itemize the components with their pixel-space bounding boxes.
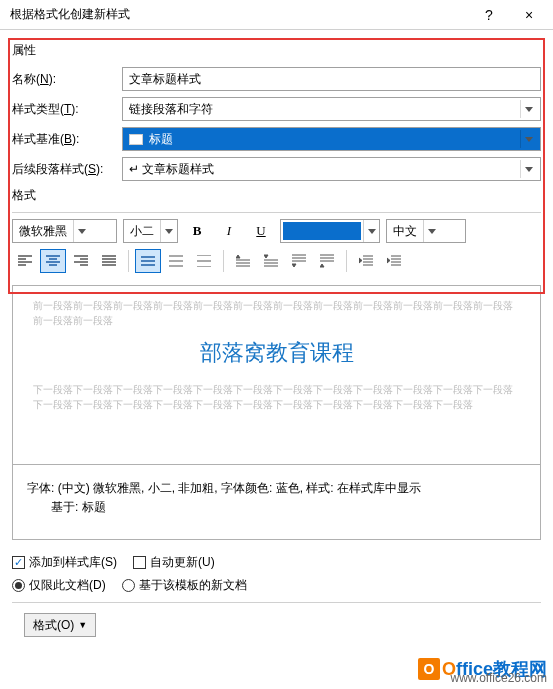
- align-right-button[interactable]: [68, 249, 94, 273]
- font-size-value: 小二: [124, 223, 160, 240]
- chevron-down-icon: [520, 130, 536, 148]
- chevron-down-icon: [423, 220, 439, 242]
- style-base-combo[interactable]: 标题: [122, 127, 541, 151]
- space-after-dec-button[interactable]: [314, 249, 340, 273]
- line-spacing-1-button[interactable]: [135, 249, 161, 273]
- radio-icon: [122, 579, 135, 592]
- language-dropdown[interactable]: 中文: [386, 219, 466, 243]
- style-type-combo[interactable]: 链接段落和字符: [122, 97, 541, 121]
- format-menu-button[interactable]: 格式(O) ▼: [24, 613, 96, 637]
- underline-button[interactable]: U: [248, 219, 274, 243]
- style-base-row: 样式基准(B): 标题: [12, 127, 541, 151]
- preview-after-text: 下一段落下一段落下一段落下一段落下一段落下一段落下一段落下一段落下一段落下一段落…: [33, 382, 520, 412]
- add-to-gallery-label: 添加到样式库(S): [29, 554, 117, 571]
- align-center-button[interactable]: [40, 249, 66, 273]
- divider: [12, 212, 541, 213]
- bottom-bar: 格式(O) ▼: [12, 609, 541, 643]
- separator: [223, 250, 224, 272]
- add-to-gallery-checkbox[interactable]: ✓ 添加到样式库(S): [12, 554, 117, 571]
- template-label: 基于该模板的新文档: [139, 577, 247, 594]
- name-row: 名称(N):: [12, 67, 541, 91]
- font-size-dropdown[interactable]: 小二: [123, 219, 178, 243]
- close-button[interactable]: ×: [509, 2, 549, 28]
- next-style-combo[interactable]: ↵ 文章标题样式: [122, 157, 541, 181]
- font-family-dropdown[interactable]: 微软雅黑: [12, 219, 117, 243]
- align-justify-button[interactable]: [96, 249, 122, 273]
- format-section-label: 格式: [12, 187, 541, 204]
- style-type-label: 样式类型(T):: [12, 101, 122, 118]
- format-button-label: 格式(O): [33, 617, 74, 634]
- preview-box: 前一段落前一段落前一段落前一段落前一段落前一段落前一段落前一段落前一段落前一段落…: [12, 285, 541, 465]
- check-icon: [133, 556, 146, 569]
- template-radio[interactable]: 基于该模板的新文档: [122, 577, 247, 594]
- line-spacing-1-5-button[interactable]: [163, 249, 189, 273]
- separator: [346, 250, 347, 272]
- name-input[interactable]: [122, 67, 541, 91]
- watermark: O Office教程网 www.office26.com: [418, 657, 547, 681]
- watermark-url: www.office26.com: [451, 671, 548, 685]
- bold-button[interactable]: B: [184, 219, 210, 243]
- auto-update-label: 自动更新(U): [150, 554, 215, 571]
- help-button[interactable]: ?: [469, 2, 509, 28]
- italic-button[interactable]: I: [216, 219, 242, 243]
- font-color-dropdown[interactable]: [280, 219, 380, 243]
- properties-section-label: 属性: [12, 42, 541, 59]
- align-left-button[interactable]: [12, 249, 38, 273]
- options-area: ✓ 添加到样式库(S) 自动更新(U) 仅限此文档(D) 基于该模板的新文档: [12, 554, 541, 594]
- chevron-down-icon: [520, 100, 536, 118]
- language-value: 中文: [387, 223, 423, 240]
- chevron-down-icon: [520, 160, 536, 178]
- radio-icon: [12, 579, 25, 592]
- auto-update-checkbox[interactable]: 自动更新(U): [133, 554, 215, 571]
- description-line2: 基于: 标题: [27, 498, 526, 517]
- description-box: 字体: (中文) 微软雅黑, 小二, 非加粗, 字体颜色: 蓝色, 样式: 在样…: [12, 465, 541, 540]
- format-toolbar-2: [12, 249, 541, 273]
- style-type-value: 链接段落和字符: [129, 101, 520, 118]
- description-line1: 字体: (中文) 微软雅黑, 小二, 非加粗, 字体颜色: 蓝色, 样式: 在样…: [27, 479, 526, 498]
- next-style-label: 后续段落样式(S):: [12, 161, 122, 178]
- next-style-row: 后续段落样式(S): ↵ 文章标题样式: [12, 157, 541, 181]
- space-after-inc-button[interactable]: [286, 249, 312, 273]
- style-base-value: 标题: [149, 131, 520, 148]
- next-style-value: ↵ 文章标题样式: [129, 161, 520, 178]
- indent-increase-button[interactable]: [381, 249, 407, 273]
- watermark-icon: O: [418, 658, 440, 680]
- indent-decrease-button[interactable]: [353, 249, 379, 273]
- name-label: 名称(N):: [12, 71, 122, 88]
- this-document-radio[interactable]: 仅限此文档(D): [12, 577, 106, 594]
- chevron-down-icon: [73, 220, 89, 242]
- space-before-dec-button[interactable]: [258, 249, 284, 273]
- separator: [128, 250, 129, 272]
- preview-before-text: 前一段落前一段落前一段落前一段落前一段落前一段落前一段落前一段落前一段落前一段落…: [33, 298, 520, 328]
- chevron-down-icon: [363, 220, 379, 242]
- divider: [12, 602, 541, 603]
- font-family-value: 微软雅黑: [13, 223, 73, 240]
- style-base-icon: [129, 134, 143, 145]
- format-toolbar-1: 微软雅黑 小二 B I U 中文: [12, 219, 541, 243]
- style-type-row: 样式类型(T): 链接段落和字符: [12, 97, 541, 121]
- line-spacing-2-button[interactable]: [191, 249, 217, 273]
- color-swatch: [283, 222, 361, 240]
- space-before-inc-button[interactable]: [230, 249, 256, 273]
- this-document-label: 仅限此文档(D): [29, 577, 106, 594]
- check-icon: ✓: [12, 556, 25, 569]
- caret-down-icon: ▼: [78, 620, 87, 630]
- preview-sample-title: 部落窝教育课程: [33, 338, 520, 368]
- title-bar: 根据格式化创建新样式 ? ×: [0, 0, 553, 30]
- style-base-label: 样式基准(B):: [12, 131, 122, 148]
- window-title: 根据格式化创建新样式: [10, 6, 469, 23]
- chevron-down-icon: [160, 220, 176, 242]
